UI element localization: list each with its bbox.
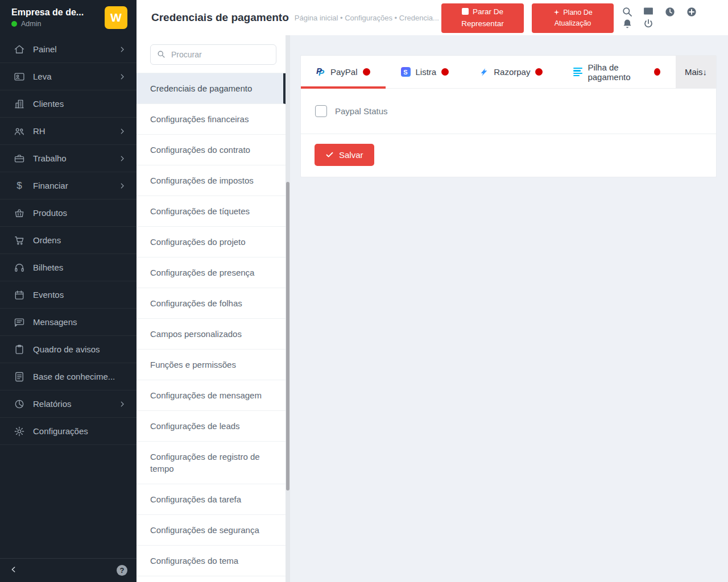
settings-search-input[interactable] <box>150 44 276 65</box>
pie-chart-icon <box>14 398 25 410</box>
chevron-right-icon <box>118 127 126 135</box>
clipboard-icon <box>14 344 25 355</box>
tab-stripe[interactable]: S Listra <box>386 56 465 88</box>
status-dot-icon <box>654 68 660 76</box>
headset-icon <box>14 262 25 273</box>
clock-icon[interactable] <box>664 6 676 18</box>
upgrade-plan-button[interactable]: Plano De Atualização <box>532 3 614 33</box>
paypal-status-checkbox[interactable] <box>315 105 327 117</box>
settings-item-configuracoes-de-impostos[interactable]: Configurações de impostos <box>136 165 286 196</box>
stop-impersonate-button[interactable]: Parar De Representar <box>441 3 524 33</box>
stop-icon <box>462 8 469 15</box>
sidebar-item-bilhetes[interactable]: Bilhetes <box>0 254 136 281</box>
sidebar-item-configuracoes[interactable]: Configurações <box>0 418 136 445</box>
chevron-right-icon <box>118 45 126 53</box>
page-title: Credenciais de pagamento <box>151 11 289 24</box>
settings-item-configuracoes-de-seguranca[interactable]: Configurações de segurança <box>136 515 286 546</box>
app-sidebar: Empresa de de... Admin W Painel Leva Cli… <box>0 0 136 582</box>
building-icon <box>14 98 25 110</box>
top-header: Credenciais de pagamento Página inicial … <box>136 0 728 35</box>
header-icon-cluster <box>617 0 728 35</box>
settings-item-configuracoes-do-modulo[interactable]: Configurações do módulo <box>136 576 286 582</box>
sidebar-item-clientes[interactable]: Clientes <box>0 90 136 118</box>
company-info: Empresa de de... Admin <box>11 7 84 28</box>
sidebar-item-ordens[interactable]: Ordens <box>0 227 136 254</box>
chevron-right-icon <box>118 73 126 81</box>
sidebar-item-relatorios[interactable]: Relatórios <box>0 390 136 418</box>
calendar-icon <box>14 289 25 301</box>
home-icon <box>14 44 25 55</box>
sidebar-item-financiar[interactable]: $ Financiar <box>0 172 136 199</box>
sidebar-footer: ? <box>0 558 136 582</box>
settings-item-configuracoes-de-mensagem[interactable]: Configurações de mensagem <box>136 380 286 411</box>
settings-item-configuracoes-do-projeto[interactable]: Configurações do projeto <box>136 227 286 257</box>
settings-scrollbar-track <box>286 35 290 582</box>
check-icon <box>325 151 334 159</box>
settings-item-configuracoes-de-folhas[interactable]: Configurações de folhas <box>136 288 286 319</box>
plus-icon[interactable] <box>686 6 697 18</box>
settings-item-configuracoes-financeiras[interactable]: Configurações financeiras <box>136 104 286 135</box>
user-role: Admin <box>21 20 41 28</box>
settings-item-configuracoes-de-leads[interactable]: Configurações de leads <box>136 411 286 442</box>
sidebar-item-mensagens[interactable]: Mensagens <box>0 309 136 336</box>
briefcase-icon <box>14 153 25 164</box>
payment-credentials-card: PP PayPal S Listra Razorpay Pilha de pag… <box>300 55 717 177</box>
chevron-right-icon <box>118 182 126 190</box>
gateway-tabbar: PP PayPal S Listra Razorpay Pilha de pag… <box>301 56 716 89</box>
sidebar-item-trabalho[interactable]: Trabalho <box>0 145 136 172</box>
stripe-logo-icon: S <box>401 67 411 77</box>
settings-item-configuracoes-de-presenca[interactable]: Configurações de presença <box>136 257 286 288</box>
settings-item-configuracoes-de-registro-de-tempo[interactable]: Configurações de registro de tempo <box>136 442 286 484</box>
settings-item-funcoes-e-permissoes[interactable]: Funções e permissões <box>136 350 286 380</box>
sparkle-icon <box>553 9 560 16</box>
settings-item-configuracoes-do-contrato[interactable]: Configurações do contrato <box>136 135 286 165</box>
sidebar-item-produtos[interactable]: Produtos <box>0 199 136 227</box>
sidebar-item-base-de-conhecimento[interactable]: Base de conhecime... <box>0 363 136 390</box>
paypal-logo-icon: PP <box>316 66 325 77</box>
save-button[interactable]: Salvar <box>315 144 374 166</box>
cart-icon <box>14 235 25 246</box>
paypal-status-label: Paypal Status <box>335 106 388 116</box>
settings-item-campos-personalizados[interactable]: Campos personalizados <box>136 319 286 350</box>
settings-item-configuracoes-da-tarefa[interactable]: Configurações da tarefa <box>136 484 286 515</box>
chevron-right-icon <box>118 400 126 408</box>
paypal-status-row: Paypal Status <box>301 89 716 134</box>
search-icon[interactable] <box>622 6 633 18</box>
company-header[interactable]: Empresa de de... Admin W <box>0 0 136 35</box>
settings-nav-list: Credenciais de pagamento Configurações f… <box>136 73 290 582</box>
more-tabs-dropdown[interactable]: Mais↓ <box>676 56 716 88</box>
sidebar-item-rh[interactable]: RH <box>0 118 136 145</box>
status-dot-icon <box>363 68 370 76</box>
settings-item-configuracoes-de-tiquetes[interactable]: Configurações de tíquetes <box>136 196 286 227</box>
online-status-icon <box>11 21 17 27</box>
razorpay-logo-icon <box>479 67 489 77</box>
sidebar-item-eventos[interactable]: Eventos <box>0 281 136 309</box>
settings-item-configuracoes-do-tema[interactable]: Configurações do tema <box>136 546 286 576</box>
company-name: Empresa de de... <box>11 7 84 18</box>
tab-paypal[interactable]: PP PayPal <box>301 56 386 88</box>
bell-icon[interactable] <box>622 18 633 30</box>
document-icon <box>14 371 25 383</box>
settings-item-credenciais-de-pagamento[interactable]: Credenciais de pagamento <box>136 73 286 104</box>
paystack-logo-icon <box>573 68 582 76</box>
id-card-icon <box>14 71 25 82</box>
sidebar-item-leva[interactable]: Leva <box>0 63 136 90</box>
message-icon <box>14 317 25 328</box>
power-icon[interactable] <box>643 18 654 30</box>
sidebar-item-painel[interactable]: Painel <box>0 36 136 63</box>
users-icon <box>14 126 25 137</box>
main-content: PP PayPal S Listra Razorpay Pilha de pag… <box>290 35 728 582</box>
search-icon <box>157 50 166 59</box>
tab-razorpay[interactable]: Razorpay <box>464 56 558 88</box>
messages-icon[interactable] <box>643 6 654 18</box>
tab-paystack[interactable]: Pilha de pagamento <box>558 56 676 88</box>
settings-scrollbar-thumb[interactable] <box>286 182 289 490</box>
sidebar-item-quadro-de-avisos[interactable]: Quadro de avisos <box>0 336 136 363</box>
breadcrumb: Página inicial • Configurações • Credenc… <box>295 14 439 22</box>
gear-icon <box>14 426 25 437</box>
help-icon[interactable]: ? <box>117 565 127 576</box>
sidebar-nav: Painel Leva Clientes RH Trabalho $ Finan… <box>0 36 136 445</box>
status-dot-icon <box>535 68 543 76</box>
collapse-sidebar-icon[interactable] <box>9 565 18 576</box>
basket-icon <box>14 207 25 219</box>
